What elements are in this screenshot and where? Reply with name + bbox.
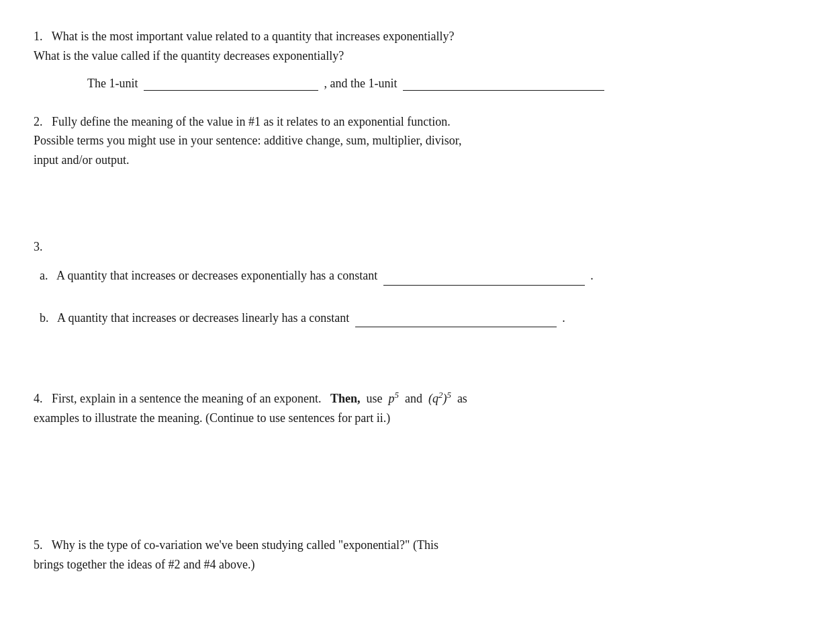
- q3-number-line: 3.: [34, 237, 806, 257]
- q2-answer-space: [34, 175, 806, 216]
- question-4: 4. First, explain in a sentence the mean…: [34, 389, 806, 514]
- q2-text: 2. Fully define the meaning of the value…: [34, 112, 806, 170]
- q3a-period: .: [590, 269, 594, 282]
- q2-line3: input and/or output.: [34, 153, 130, 167]
- q1-number: 1.: [34, 30, 43, 43]
- q1-fill-row: The 1-unit , and the 1-unit: [87, 77, 806, 91]
- q3a-label: a.: [40, 269, 48, 282]
- question-1: 1. What is the most important value rela…: [34, 27, 806, 91]
- q4-word-and: and: [405, 392, 422, 405]
- q4-number: 4.: [34, 392, 43, 405]
- q4-bold-word: Then,: [330, 392, 361, 405]
- q4-part1: First, explain in a sentence the meaning…: [52, 392, 321, 405]
- q4-exp-q1: 2: [438, 390, 442, 400]
- q2-line2: Possible terms you might use in your sen…: [34, 134, 461, 147]
- q4-word-as: as: [457, 392, 467, 405]
- q3-number: 3.: [34, 240, 43, 253]
- q3-sub-a: a. A quantity that increases or decrease…: [34, 266, 806, 286]
- q3b-label: b.: [40, 311, 49, 325]
- q1-prefix: The 1-unit: [87, 77, 138, 90]
- q5-line2: brings together the ideas of #2 and #4 a…: [34, 558, 254, 571]
- q3-answer-space: [34, 327, 806, 368]
- q4-part3: examples to illustrate the meaning. (Con…: [34, 411, 390, 425]
- question-5: 5. Why is the type of co-variation we've…: [34, 536, 806, 575]
- q2-number: 2.: [34, 115, 43, 128]
- q5-text: 5. Why is the type of co-variation we've…: [34, 536, 806, 575]
- q3-spacer: [34, 286, 806, 299]
- question-2: 2. Fully define the meaning of the value…: [34, 112, 806, 216]
- question-3: 3. a. A quantity that increases or decre…: [34, 237, 806, 368]
- q3b-text: A quantity that increases or decreases l…: [57, 311, 349, 325]
- q1-line1: What is the most important value related…: [52, 30, 455, 43]
- q3b-period: .: [562, 311, 565, 325]
- q1-blank1[interactable]: [144, 88, 318, 91]
- q4-math-p: p5: [388, 392, 398, 405]
- q5-number: 5.: [34, 538, 43, 552]
- q4-answer-space2: [34, 474, 806, 514]
- q4-text: 4. First, explain in a sentence the mean…: [34, 389, 806, 428]
- q1-text: 1. What is the most important value rela…: [34, 27, 806, 66]
- q3a-text: A quantity that increases or decreases e…: [56, 269, 377, 282]
- q4-exp-q2: 5: [447, 390, 451, 400]
- q4-math-q: (q2)5: [428, 392, 451, 405]
- q2-line1: Fully define the meaning of the value in…: [52, 115, 451, 128]
- q4-part2: use: [366, 392, 382, 405]
- q3a-blank[interactable]: [383, 283, 585, 286]
- q4-exp-p: 5: [394, 390, 398, 400]
- q3b-blank[interactable]: [355, 325, 557, 327]
- q1-blank2[interactable]: [403, 88, 604, 91]
- q4-answer-space: [34, 433, 806, 474]
- q1-separator: , and the 1-unit: [324, 77, 397, 90]
- q1-line2: What is the value called if the quantity…: [34, 49, 344, 62]
- q5-line1: Why is the type of co-variation we've be…: [52, 538, 438, 552]
- q3-sub-b: b. A quantity that increases or decrease…: [34, 308, 806, 328]
